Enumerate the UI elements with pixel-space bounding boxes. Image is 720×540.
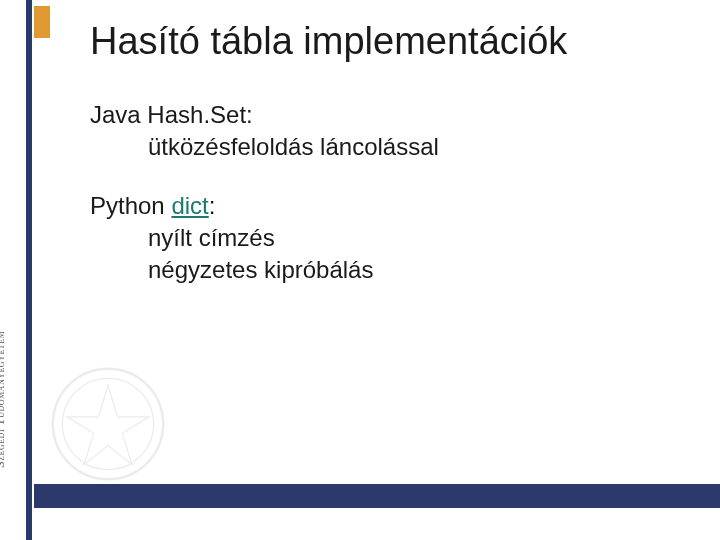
python-line-1: nyílt címzés	[90, 222, 700, 254]
slide-title: Hasító tábla implementációk	[90, 20, 700, 63]
python-heading: Python dict:	[90, 190, 700, 222]
sidebar-stripe	[26, 0, 32, 540]
section-java: Java Hash.Set: ütközésfeloldás láncoláss…	[90, 99, 700, 162]
dict-link[interactable]: dict	[171, 192, 208, 219]
svg-point-1	[62, 378, 153, 469]
python-heading-prefix: Python	[90, 192, 171, 219]
university-name: Szegedi Tudományegyetem	[0, 331, 8, 468]
java-heading: Java Hash.Set:	[90, 99, 700, 131]
footer-bar	[34, 484, 720, 508]
python-line-2: négyzetes kipróbálás	[90, 254, 700, 286]
seal-watermark	[48, 364, 168, 484]
slide-content: Hasító tábla implementációk Java Hash.Se…	[90, 20, 700, 285]
python-heading-suffix: :	[209, 192, 216, 219]
section-python: Python dict: nyílt címzés négyzetes kipr…	[90, 190, 700, 285]
accent-block	[34, 6, 50, 38]
java-line-1: ütközésfeloldás láncolással	[90, 131, 700, 163]
sidebar: Szegedi Tudományegyetem	[0, 0, 42, 540]
